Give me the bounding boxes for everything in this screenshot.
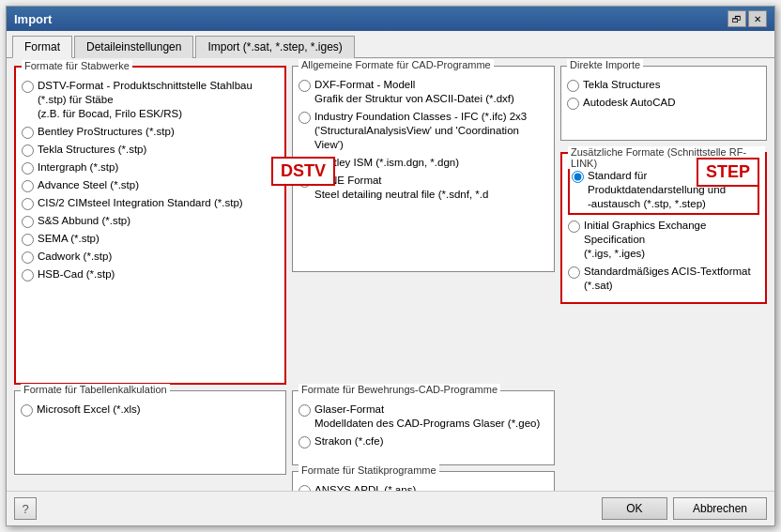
bewehrungs-gruppe: Formate für Bewehrungs-CAD-Programme Gla…	[292, 390, 555, 465]
radio-step[interactable]	[572, 171, 584, 183]
radio-label: Advance Steel (*.stp)	[38, 178, 139, 192]
tab-format[interactable]: Format	[12, 36, 72, 58]
list-item[interactable]: S&S Abbund (*.stp)	[22, 214, 279, 228]
radio-hsb[interactable]	[22, 269, 34, 281]
list-item[interactable]: Tekla Structures	[567, 78, 760, 92]
tab-detail[interactable]: Detaileinstellungen	[74, 36, 193, 58]
stabwerke-content: DSTV-Format - Produktschnittstelle Stahl…	[22, 79, 279, 281]
list-item[interactable]: Bentley ISM (*.ism.dgn, *.dgn)	[299, 156, 548, 170]
bewehrungs-content: Glaser-FormatModelldaten des CAD-Program…	[299, 403, 548, 448]
list-item[interactable]: Autodesk AutoCAD	[567, 96, 760, 110]
radio-label: Tekla Structures	[583, 78, 660, 92]
close-button[interactable]: ✕	[748, 10, 767, 27]
radio-tekla-stab[interactable]	[22, 144, 34, 157]
radio-label: SDNE FormatSteel detailing neutral file …	[314, 174, 488, 202]
list-item[interactable]: DSTV-Format - Produktschnittstelle Stahl…	[22, 79, 279, 121]
radio-advance[interactable]	[22, 180, 34, 192]
list-item[interactable]: ANSYS APDL (*.ans)	[299, 483, 548, 491]
bewehrungs-title: Formate für Bewehrungs-CAD-Programme	[299, 384, 500, 395]
radio-tekla-direkt[interactable]	[567, 80, 579, 92]
list-item[interactable]: Standardmäßiges ACIS-Textformat (*.sat)	[568, 265, 759, 293]
list-item[interactable]: Industry Foundation Classes - IFC (*.ifc…	[299, 110, 548, 152]
list-item[interactable]: Initial Graphics Exchange Specification(…	[568, 219, 759, 261]
radio-label: HSB-Cad (*.stp)	[38, 267, 115, 281]
window-title: Import	[14, 12, 52, 26]
direkte-content: Tekla Structures Autodesk AutoCAD	[567, 78, 760, 110]
radio-sema[interactable]	[22, 234, 34, 246]
radio-label: SEMA (*.stp)	[38, 232, 100, 246]
radio-glaser[interactable]	[299, 404, 311, 417]
list-item[interactable]: Advance Steel (*.stp)	[22, 178, 279, 192]
list-item[interactable]: SDNE FormatSteel detailing neutral file …	[299, 174, 548, 202]
dstv-badge: DSTV	[271, 157, 335, 186]
radio-excel[interactable]	[21, 404, 33, 417]
list-item[interactable]: Microsoft Excel (*.xls)	[21, 403, 280, 417]
list-item[interactable]: Intergraph (*.stp) DSTV	[22, 160, 279, 175]
statik-content: ANSYS APDL (*.ans) SCIA Engineer (*.xml)…	[299, 483, 548, 491]
radio-ansys[interactable]	[299, 485, 311, 491]
radio-label: Microsoft Excel (*.xls)	[37, 403, 141, 417]
import-dialog: Import 🗗 ✕ Format Detaileinstellungen Im…	[6, 6, 775, 526]
cad-title: Allgemeine Formate für CAD-Programme	[299, 59, 494, 70]
help-button[interactable]: ?	[14, 497, 37, 520]
radio-cadwork[interactable]	[22, 251, 34, 264]
list-item[interactable]: Glaser-FormatModelldaten des CAD-Program…	[299, 403, 548, 431]
stabwerke-group: Formate für Stabwerke DSTV-Format - Prod…	[14, 66, 286, 385]
radio-ss-abbund[interactable]	[22, 216, 34, 228]
col2-bottom-wrapper: Formate für Bewehrungs-CAD-Programme Gla…	[292, 390, 555, 491]
ok-button[interactable]: OK	[602, 497, 667, 520]
list-item[interactable]: CIS/2 CIMsteel Integration Standard (*.s…	[22, 196, 279, 210]
list-item[interactable]: Cadwork (*.stp)	[22, 250, 279, 264]
list-item[interactable]: Strakon (*.cfe)	[299, 434, 548, 448]
tabelle-content: Microsoft Excel (*.xls)	[21, 403, 280, 417]
radio-label: Cadwork (*.stp)	[38, 250, 112, 264]
radio-label: Glaser-FormatModelldaten des CAD-Program…	[314, 403, 540, 431]
radio-label: CIS/2 CIMsteel Integration Standard (*.s…	[38, 196, 243, 210]
list-item[interactable]: SEMA (*.stp)	[22, 232, 279, 246]
radio-autocad[interactable]	[567, 98, 579, 110]
radio-label: Strakon (*.cfe)	[314, 434, 384, 448]
statik-gruppe: Formate für Statikprogramme ANSYS APDL (…	[292, 471, 555, 491]
radio-dstv[interactable]	[22, 81, 34, 93]
radio-label: Tekla Structures (*.stp)	[38, 143, 146, 157]
title-bar: Import 🗗 ✕	[7, 7, 774, 31]
radio-label: DSTV-Format - Produktschnittstelle Stahl…	[38, 79, 253, 121]
restore-button[interactable]: 🗗	[727, 10, 746, 27]
radio-cis2[interactable]	[22, 198, 34, 210]
radio-bentley-pro[interactable]	[22, 127, 34, 139]
zusatz-gruppe: Zusätzliche Formate (Schnittstelle RF-LI…	[560, 152, 767, 304]
main-grid: Formate für Stabwerke DSTV-Format - Prod…	[14, 66, 767, 491]
list-item[interactable]: DXF-Format - ModellGrafik der Struktur v…	[299, 78, 548, 106]
tabelle-title: Formate für Tabellenkalkulation	[21, 384, 170, 395]
direkte-gruppe: Direkte Importe Tekla Structures Autodes…	[560, 66, 767, 141]
radio-label: Intergraph (*.stp)	[38, 160, 118, 175]
radio-acis[interactable]	[568, 266, 580, 279]
window-controls: 🗗 ✕	[727, 10, 767, 27]
radio-label: DXF-Format - ModellGrafik der Struktur v…	[314, 78, 514, 106]
list-item[interactable]: Bentley ProStructures (*.stp)	[22, 125, 279, 139]
radio-strakon[interactable]	[299, 436, 311, 448]
content-area: Formate für Stabwerke DSTV-Format - Prod…	[7, 58, 774, 491]
tab-import[interactable]: Import (*.sat, *.step, *.iges)	[195, 36, 354, 58]
radio-label: ANSYS APDL (*.ans)	[314, 483, 416, 491]
tabelle-gruppe: Formate für Tabellenkalkulation Microsof…	[14, 390, 286, 475]
list-item[interactable]: HSB-Cad (*.stp)	[22, 267, 279, 281]
list-item[interactable]: Tekla Structures (*.stp)	[22, 143, 279, 157]
tab-bar: Format Detaileinstellungen Import (*.sat…	[7, 31, 774, 58]
radio-label: Autodesk AutoCAD	[583, 96, 675, 110]
step-badge: STEP	[697, 158, 759, 187]
bottom-bar: ? OK Abbrechen	[7, 491, 774, 525]
radio-dxf[interactable]	[299, 80, 311, 92]
action-buttons: OK Abbrechen	[602, 497, 767, 520]
radio-label: Initial Graphics Exchange Specification(…	[584, 219, 759, 261]
radio-label: Standardmäßiges ACIS-Textformat (*.sat)	[584, 265, 759, 293]
cancel-button[interactable]: Abbrechen	[673, 497, 767, 520]
zusatz-wrapper: Zusätzliche Formate (Schnittstelle RF-LI…	[560, 152, 767, 385]
stabwerke-title: Formate für Stabwerke	[22, 60, 132, 71]
radio-intergraph[interactable]	[22, 162, 34, 175]
radio-iges[interactable]	[568, 220, 580, 233]
direkte-title: Direkte Importe	[567, 59, 643, 70]
radio-label: Bentley ISM (*.ism.dgn, *.dgn)	[314, 156, 459, 170]
radio-ifc[interactable]	[299, 112, 311, 124]
radio-label: Bentley ProStructures (*.stp)	[38, 125, 175, 139]
